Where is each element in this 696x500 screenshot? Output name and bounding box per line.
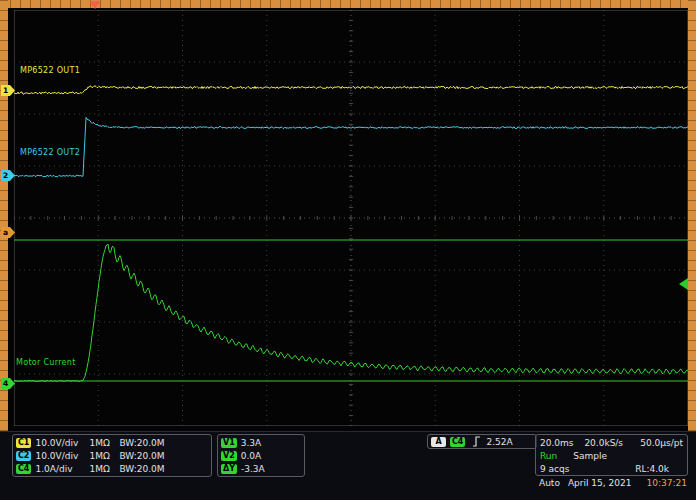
sample-rate: 20.0kS/s [584, 438, 623, 448]
cursor-readout-box[interactable]: V1 3.3A V2 0.0A ΔY -3.3A [217, 434, 305, 477]
trigger-level-value: 2.52A [486, 437, 512, 447]
cursor-v1-value: 3.3A [241, 438, 261, 448]
datetime-row: Auto April 15, 2021 10:37:21 [539, 478, 687, 488]
edge-trigger-icon [472, 436, 481, 447]
cursor-v2-badge: V2 [221, 451, 237, 461]
ch4-badge[interactable]: C4 [16, 464, 31, 474]
waveform-display [14, 10, 688, 426]
trigger-source-badge: C4 [450, 437, 465, 447]
ch2-trace-label: MP6522 OUT2 [20, 148, 80, 157]
cursor-v2-value: 0.0A [241, 451, 261, 461]
timebase-row: 20.0ms 20.0kS/s 50.0μs/pt [540, 436, 683, 449]
acquisition-mode: Sample [573, 451, 607, 461]
ch1-scale: 10.0V/div [35, 438, 89, 448]
ch2-bandwidth: BW:20.0M [119, 451, 164, 461]
oscilloscope-screen: MP6522 OUT1 MP6522 OUT2 Motor Current 1 … [0, 0, 696, 500]
trigger-position-marker[interactable] [89, 1, 101, 9]
ch2-badge[interactable]: C2 [16, 451, 31, 461]
graticule-area: MP6522 OUT1 MP6522 OUT2 Motor Current [8, 8, 688, 431]
record-length: RL:4.0k [635, 464, 669, 474]
channel-settings-box[interactable]: C1 10.0V/div 1MΩ BW:20.0M C2 10.0V/div 1… [12, 434, 212, 477]
ch4-trace-label: Motor Current [16, 358, 76, 367]
trigger-level-arrow[interactable] [679, 278, 688, 290]
acquisition-count: 9 acqs [540, 464, 569, 474]
trigger-readout-box[interactable]: A C4 2.52A [427, 434, 537, 449]
bezel-left [0, 0, 8, 431]
ch4-impedance: 1MΩ [89, 464, 119, 474]
ch1-impedance: 1MΩ [89, 438, 119, 448]
cursor-v1-badge: V1 [221, 438, 237, 448]
acq-count-row: 9 acqs RL:4.0k [540, 462, 683, 475]
bezel-top [0, 0, 696, 8]
cursor-v2-row: V2 0.0A [221, 449, 301, 462]
ch2-impedance: 1MΩ [89, 451, 119, 461]
ch2-settings-row[interactable]: C2 10.0V/div 1MΩ BW:20.0M [16, 449, 208, 462]
run-state-row: Run Sample [540, 449, 683, 462]
ch4-settings-row[interactable]: C4 1.0A/div 1MΩ BW:20.0M [16, 462, 208, 475]
ch1-bandwidth: BW:20.0M [119, 438, 164, 448]
ch1-badge[interactable]: C1 [16, 438, 31, 448]
ch4-bandwidth: BW:20.0M [119, 464, 164, 474]
ch4-scale: 1.0A/div [35, 464, 89, 474]
timebase-value: 20.0ms [540, 438, 574, 448]
horizontal-acquisition-box[interactable]: 20.0ms 20.0kS/s 50.0μs/pt Run Sample 9 a… [535, 434, 688, 476]
ch1-trace-label: MP6522 OUT1 [20, 66, 80, 75]
run-state: Run [540, 451, 557, 461]
cursor-dy-badge: ΔY [221, 464, 237, 474]
ch2-scale: 10.0V/div [35, 451, 89, 461]
date-label: April 15, 2021 [568, 478, 632, 488]
time-label: 10:37:21 [647, 478, 687, 488]
cursor-dy-row: ΔY -3.3A [221, 462, 301, 475]
trigger-mode-badge: A [431, 437, 446, 447]
bezel-right [688, 0, 696, 431]
cursor-dy-value: -3.3A [241, 464, 265, 474]
status-bar: C1 10.0V/div 1MΩ BW:20.0M C2 10.0V/div 1… [0, 431, 696, 500]
sample-resolution: 50.0μs/pt [640, 438, 683, 448]
trigger-mode-label: Auto [539, 478, 560, 488]
ch1-settings-row[interactable]: C1 10.0V/div 1MΩ BW:20.0M [16, 436, 208, 449]
cursor-v1-row: V1 3.3A [221, 436, 301, 449]
